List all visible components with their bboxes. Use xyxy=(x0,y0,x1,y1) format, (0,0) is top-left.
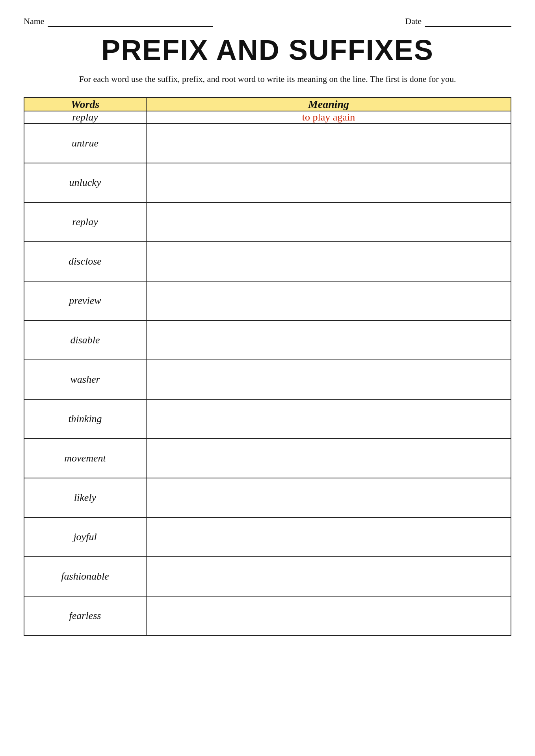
meaning-cell[interactable] xyxy=(146,439,511,478)
table-row: fearless xyxy=(24,596,511,636)
name-underline xyxy=(48,16,213,27)
name-date-row: Name Date xyxy=(24,16,511,27)
word-cell: replay xyxy=(24,202,146,242)
table-row: disable xyxy=(24,321,511,360)
instructions: For each word use the suffix, prefix, an… xyxy=(24,72,511,85)
table-row: disclose xyxy=(24,242,511,281)
date-line: Date xyxy=(405,16,511,27)
page-title: PREFIX AND SUFFIXES xyxy=(24,34,511,66)
word-cell: fearless xyxy=(24,596,146,636)
table-row: untrue xyxy=(24,124,511,163)
meaning-cell[interactable] xyxy=(146,360,511,399)
word-cell: disclose xyxy=(24,242,146,281)
name-label: Name xyxy=(24,16,45,26)
word-cell: joyful xyxy=(24,517,146,557)
table-row: fashionable xyxy=(24,557,511,596)
date-label: Date xyxy=(405,16,422,26)
table-row: joyful xyxy=(24,517,511,557)
meaning-cell[interactable] xyxy=(146,124,511,163)
header-meaning: Meaning xyxy=(146,98,511,111)
meaning-cell[interactable] xyxy=(146,478,511,517)
worksheet-table: Words Meaning replayto play againuntrueu… xyxy=(24,97,511,636)
table-row: likely xyxy=(24,478,511,517)
table-row: preview xyxy=(24,281,511,321)
word-cell: preview xyxy=(24,281,146,321)
table-body: replayto play againuntrueunluckyreplaydi… xyxy=(24,111,511,636)
table-row: unlucky xyxy=(24,163,511,202)
header-words: Words xyxy=(24,98,146,111)
word-cell: disable xyxy=(24,321,146,360)
word-cell: movement xyxy=(24,439,146,478)
meaning-cell[interactable]: to play again xyxy=(146,111,511,124)
meaning-cell[interactable] xyxy=(146,321,511,360)
table-row: replayto play again xyxy=(24,111,511,124)
word-cell: untrue xyxy=(24,124,146,163)
word-cell: likely xyxy=(24,478,146,517)
word-cell: washer xyxy=(24,360,146,399)
table-row: washer xyxy=(24,360,511,399)
meaning-cell[interactable] xyxy=(146,557,511,596)
meaning-cell[interactable] xyxy=(146,281,511,321)
date-underline xyxy=(425,16,511,27)
meaning-cell[interactable] xyxy=(146,163,511,202)
word-cell: replay xyxy=(24,111,146,124)
meaning-cell[interactable] xyxy=(146,399,511,439)
table-row: replay xyxy=(24,202,511,242)
word-cell: thinking xyxy=(24,399,146,439)
meaning-cell[interactable] xyxy=(146,596,511,636)
table-row: movement xyxy=(24,439,511,478)
meaning-cell[interactable] xyxy=(146,242,511,281)
table-row: thinking xyxy=(24,399,511,439)
table-header-row: Words Meaning xyxy=(24,98,511,111)
word-cell: fashionable xyxy=(24,557,146,596)
word-cell: unlucky xyxy=(24,163,146,202)
meaning-cell[interactable] xyxy=(146,517,511,557)
name-line: Name xyxy=(24,16,213,27)
meaning-cell[interactable] xyxy=(146,202,511,242)
